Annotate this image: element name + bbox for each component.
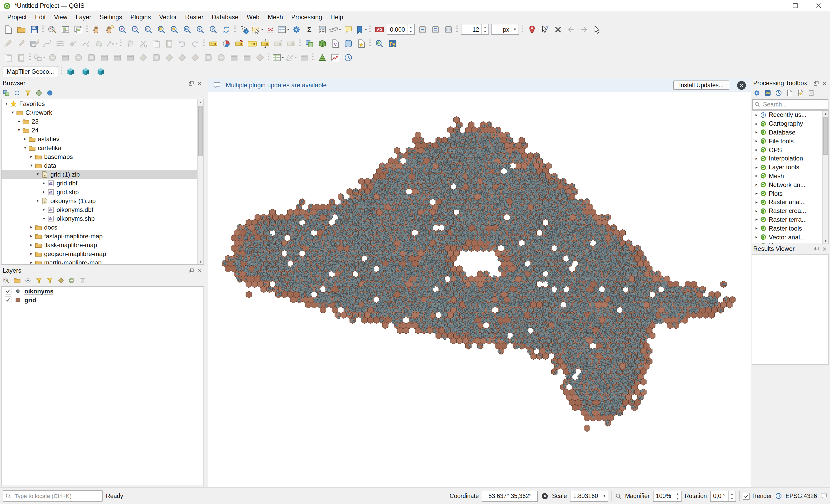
new-spatialite-layer[interactable] — [342, 37, 354, 49]
expand-arrow-icon[interactable]: ▸ — [29, 260, 34, 265]
collapse-all[interactable] — [34, 88, 43, 98]
menu-layer[interactable]: Layer — [72, 12, 96, 22]
magnifier-spin[interactable]: 100% ▲▼ — [653, 491, 681, 502]
expand-arrow-icon[interactable]: ▸ — [754, 130, 759, 135]
refresh-map[interactable] — [220, 23, 232, 35]
menu-vector[interactable]: Vector — [155, 12, 181, 22]
vertex-editor-panel[interactable]: ▾ — [272, 52, 284, 63]
expand-arrow-icon[interactable]: ▸ — [754, 113, 759, 117]
layer-checkbox[interactable] — [5, 296, 11, 303]
menu-web[interactable]: Web — [243, 12, 264, 22]
save-project[interactable] — [28, 23, 40, 35]
new-shapefile-layer[interactable]: V — [328, 37, 342, 49]
add-group[interactable] — [12, 276, 22, 285]
identify-features[interactable]: i — [238, 23, 251, 35]
open-attribute-table[interactable]: ▾ — [277, 23, 290, 35]
browser-float-button[interactable] — [188, 80, 194, 86]
python-console[interactable]: Py — [386, 37, 398, 49]
filter-browser[interactable] — [23, 88, 33, 98]
render-checkbox[interactable] — [742, 493, 749, 500]
cad-perpendicular[interactable] — [442, 23, 455, 35]
expand-arrow-icon[interactable]: ▸ — [29, 243, 34, 247]
browser-close-button[interactable] — [197, 80, 202, 86]
open-project[interactable] — [14, 23, 28, 35]
add-layer[interactable] — [2, 88, 11, 98]
collapse-arrow-icon[interactable]: ▾ — [35, 172, 40, 177]
cad-rotation-spin[interactable]: 0,000▲▼ — [387, 24, 415, 35]
processing-group-file-tools[interactable]: ▸File tools — [752, 137, 828, 146]
browser-item-c-rework[interactable]: ▾C:\rework — [2, 108, 203, 117]
browser-item-favorites[interactable]: ▾Favorites — [2, 99, 203, 108]
expand-arrow-icon[interactable]: ▸ — [754, 200, 759, 204]
browser-item-docs[interactable]: ▸docs — [2, 223, 203, 231]
locate-box[interactable] — [3, 491, 103, 502]
expand-arrow-icon[interactable]: ▸ — [29, 154, 34, 159]
annotation-font-unit[interactable]: px▾ — [491, 24, 519, 35]
processing-float-button[interactable] — [813, 80, 819, 86]
processing-group-raster-tools[interactable]: ▸Raster tools — [752, 224, 828, 233]
locate-input[interactable] — [13, 493, 100, 500]
html-annotation[interactable]: ? — [538, 23, 551, 35]
processing-group-recently-us[interactable]: ▸Recently us... — [752, 111, 828, 120]
cad-construction-mode[interactable] — [416, 23, 429, 35]
zoom-last[interactable] — [194, 23, 206, 35]
data-source-manager[interactable] — [302, 37, 316, 49]
menu-processing[interactable]: Processing — [287, 12, 326, 22]
spin-arrows[interactable]: ▲▼ — [674, 491, 681, 501]
processing-group-mesh[interactable]: ▸Mesh — [752, 171, 828, 181]
processing-group-layer-tools[interactable]: ▸Layer tools — [752, 163, 828, 172]
scroll-up-icon[interactable]: ▲ — [198, 99, 203, 105]
processing-scroll-thumb[interactable] — [823, 117, 828, 155]
processing-close-button[interactable] — [822, 80, 827, 86]
zoom-to-layer[interactable] — [181, 23, 194, 35]
processing-group-database[interactable]: ▸Database — [752, 128, 828, 137]
close-button[interactable] — [807, 0, 830, 11]
expand-arrow-icon[interactable]: ▸ — [41, 181, 47, 185]
field-calculator[interactable] — [316, 23, 328, 35]
scroll-down-icon[interactable]: ▼ — [823, 238, 828, 244]
expand-arrow-icon[interactable]: ▸ — [754, 191, 759, 196]
history[interactable] — [774, 88, 783, 98]
highlight-pinned-labels[interactable]: abc — [246, 37, 258, 49]
pan-to-selection[interactable] — [103, 23, 116, 35]
filter-by-expression[interactable] — [45, 276, 55, 285]
expand-arrow-icon[interactable]: ▸ — [754, 235, 759, 240]
collapse-arrow-icon[interactable]: ▾ — [10, 110, 15, 115]
expand-arrow-icon[interactable]: ▸ — [754, 217, 759, 222]
new-spatial-bookmark[interactable]: ▾ — [354, 23, 368, 35]
open-layer-styling[interactable] — [2, 276, 11, 285]
processing-group-plots[interactable]: ▸Plots — [752, 189, 828, 198]
expand-arrow-icon[interactable]: ▸ — [754, 209, 759, 213]
cad-parallel[interactable] — [429, 23, 442, 35]
spin-arrows[interactable]: ▲▼ — [481, 24, 488, 34]
layer-row-grid[interactable]: grid — [2, 295, 203, 304]
maptiler-geocoding-button[interactable]: MapTiler Geoco... — [3, 66, 58, 77]
browser-item-fastapi-maplibre-map[interactable]: ▸fastapi-maplibre-map — [2, 231, 203, 241]
zoom-in[interactable] — [116, 23, 129, 35]
text-annotation[interactable] — [525, 23, 538, 35]
menu-raster[interactable]: Raster — [181, 12, 208, 22]
new-project[interactable] — [2, 23, 14, 35]
menu-project[interactable]: Project — [3, 12, 31, 22]
menu-view[interactable]: View — [50, 12, 72, 22]
expand-arrow-icon[interactable]: ▸ — [29, 225, 34, 229]
browser-item-flask-maplibre-map[interactable]: ▸flask-maplibre-map — [2, 241, 203, 249]
temporal-controller[interactable] — [342, 52, 354, 63]
browser-item-geojson-maplibre-map[interactable]: ▸geojson-maplibre-map — [2, 249, 203, 258]
zoom-to-selection[interactable] — [168, 23, 181, 35]
notification-close-button[interactable] — [737, 81, 746, 90]
expand-arrow-icon[interactable]: ▸ — [29, 234, 34, 239]
georeferencer[interactable] — [316, 52, 328, 63]
layer-labeling-options[interactable]: abc — [206, 37, 220, 49]
collapse-arrow-icon[interactable]: ▾ — [29, 163, 34, 168]
select-features[interactable]: ▾ — [251, 23, 264, 35]
properties-info[interactable]: i — [45, 88, 55, 98]
minimize-button[interactable] — [760, 0, 783, 11]
processing-scrollbar[interactable]: ▲ ▼ — [822, 111, 828, 244]
zoom-out[interactable] — [129, 23, 142, 35]
expand-arrow-icon[interactable]: ▸ — [29, 251, 34, 256]
elevation-profile[interactable] — [328, 52, 342, 63]
osm-place-search[interactable] — [373, 37, 386, 49]
layer-checkbox[interactable] — [5, 288, 11, 294]
filter-legend[interactable] — [34, 276, 43, 285]
